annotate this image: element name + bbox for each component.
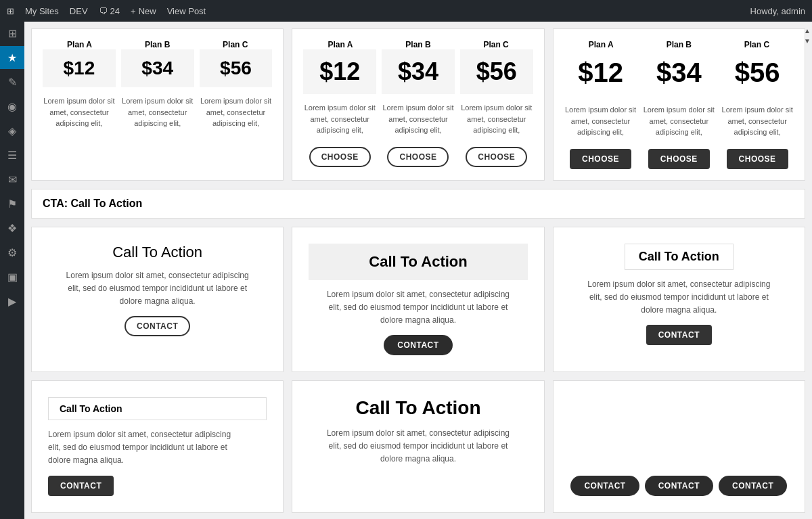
howdy-admin: Howdy, admin: [750, 6, 805, 16]
desc-b3: Lorem ipsum dolor sit amet, consectetur …: [642, 104, 715, 138]
desc-a2: Lorem ipsum dolor sit amet, consectetur …: [303, 102, 376, 136]
price-b: $34: [121, 49, 194, 87]
cta-text-5: Lorem ipsum dolor sit amet, consectetur …: [323, 427, 513, 466]
sidebar-icon-edit[interactable]: ✎: [0, 70, 24, 93]
plan-headers-3: Plan A Plan B Plan C: [564, 40, 794, 49]
contact-button-1[interactable]: CONTACT: [125, 316, 190, 336]
sidebar-icon-pages[interactable]: ◈: [0, 119, 24, 142]
cta-section-title: CTA: Call To Action: [43, 198, 142, 209]
view-post[interactable]: View Post: [167, 6, 206, 16]
cta-text-4: Lorem ipsum dolor sit amet, consectetur …: [48, 428, 238, 468]
plan-headers-2: Plan A Plan B Plan C: [303, 40, 533, 49]
choose-c3[interactable]: CHOOSE: [727, 149, 788, 169]
price-b2: $34: [382, 49, 455, 94]
cta-title-3: Call To Action: [625, 244, 734, 270]
wp-logo[interactable]: ⊞: [7, 6, 14, 16]
sidebar-icon-comments[interactable]: ☰: [0, 143, 24, 166]
cta-text-3: Lorem ipsum dolor sit amet, consectetur …: [584, 278, 773, 317]
cta-card-4: Call To Action Lorem ipsum dolor sit ame…: [31, 380, 284, 513]
cta-card-3: Call To Action Lorem ipsum dolor sit ame…: [553, 227, 805, 373]
choose-a3[interactable]: CHOOSE: [570, 149, 631, 169]
price-a2: $12: [303, 49, 376, 94]
desc-b: Lorem ipsum dolor sit amet, consectetur …: [121, 95, 194, 129]
price-c: $56: [200, 49, 273, 87]
price-c2: $56: [460, 49, 533, 94]
sidebar-icon-play[interactable]: ▶: [0, 290, 24, 313]
new-item[interactable]: + New: [131, 6, 156, 16]
pricing-grid: Plan A Plan B Plan C $12 $34 $56 Lorem i…: [31, 28, 805, 181]
scroll-up-arrow[interactable]: ▲: [804, 27, 811, 35]
plan-b2-header: Plan B: [381, 40, 455, 49]
contact-button-6a[interactable]: CONTACT: [570, 476, 639, 496]
cta-card-6: CONTACT CONTACT CONTACT: [553, 380, 805, 513]
choose-b3[interactable]: CHOOSE: [648, 149, 710, 169]
contact-button-4[interactable]: CONTACT: [48, 476, 114, 496]
pricing-buttons-3: CHOOSE CHOOSE CHOOSE: [564, 149, 794, 169]
plan-c-header: Plan C: [198, 40, 272, 49]
pricing-prices-2: $12 $34 $56: [303, 49, 533, 94]
scroll-controls: ▲ ▼: [803, 22, 812, 45]
cta-grid-2: Call To Action Lorem ipsum dolor sit ame…: [31, 380, 805, 513]
sidebar-icon-settings[interactable]: ▣: [0, 265, 24, 288]
main-content: Plan A Plan B Plan C $12 $34 $56 Lorem i…: [24, 22, 812, 519]
my-sites[interactable]: My Sites: [25, 6, 59, 16]
pricing-prices-3: $12 $34 $56: [564, 49, 794, 96]
contact-buttons-row: CONTACT CONTACT CONTACT: [570, 476, 787, 496]
cta-card-1: Call To Action Lorem ipsum dolor sit ame…: [31, 227, 284, 373]
dev-item[interactable]: DEV: [70, 6, 88, 16]
desc-c: Lorem ipsum dolor sit amet, consectetur …: [200, 95, 273, 129]
sidebar-icon-media[interactable]: ◉: [0, 95, 24, 118]
plan-c2-header: Plan C: [459, 40, 533, 49]
pricing-descs-3: Lorem ipsum dolor sit amet, consectetur …: [564, 104, 794, 138]
pricing-card-3: Plan A Plan B Plan C $12 $34 $56 Lorem i…: [553, 28, 805, 181]
admin-sidebar: ⊞ ★ ✎ ◉ ◈ ☰ ✉ ⚑ ❖ ⚙ ▣ ▶: [0, 0, 24, 519]
desc-c3: Lorem ipsum dolor sit amet, consectetur …: [721, 104, 794, 138]
admin-bar: ⊞ My Sites DEV 🗨 24 + New View Post Howd…: [0, 0, 812, 22]
scroll-down-arrow[interactable]: ▼: [804, 37, 811, 45]
contact-button-6b[interactable]: CONTACT: [645, 476, 713, 496]
pricing-descs-2: Lorem ipsum dolor sit amet, consectetur …: [303, 102, 533, 136]
cta-title-4: Call To Action: [48, 397, 267, 420]
contact-button-3[interactable]: CONTACT: [646, 325, 712, 345]
sidebar-icon-posts[interactable]: ★: [0, 46, 24, 69]
plan-a-header: Plan A: [43, 40, 116, 49]
cta-title-2: Call To Action: [309, 244, 527, 280]
contact-button-6c[interactable]: CONTACT: [719, 476, 787, 496]
choose-a2[interactable]: CHOOSE: [309, 147, 371, 167]
pricing-buttons-2: CHOOSE CHOOSE CHOOSE: [303, 147, 533, 167]
pricing-card-2: Plan A Plan B Plan C $12 $34 $56 Lorem i…: [292, 28, 544, 181]
cta-text-1: Lorem ipsum dolor sit amet, consectetur …: [63, 269, 252, 309]
desc-a3: Lorem ipsum dolor sit amet, consectetur …: [564, 104, 637, 138]
price-b3: $34: [642, 49, 715, 96]
cta-title-5: Call To Action: [355, 397, 480, 419]
sidebar-icon-home[interactable]: ⊞: [0, 22, 24, 45]
sidebar-icon-email[interactable]: ✉: [0, 168, 24, 191]
price-a3: $12: [564, 49, 637, 96]
sidebar-icon-appearance[interactable]: ❖: [0, 217, 24, 240]
sidebar-icon-flag[interactable]: ⚑: [0, 192, 24, 215]
price-a: $12: [43, 49, 116, 87]
choose-b2[interactable]: CHOOSE: [387, 147, 449, 167]
cta-grid-1: Call To Action Lorem ipsum dolor sit ame…: [31, 227, 805, 373]
pricing-card-1: Plan A Plan B Plan C $12 $34 $56 Lorem i…: [31, 28, 284, 181]
sidebar-icon-tools[interactable]: ⚙: [0, 241, 24, 264]
cta-card-2: Call To Action Lorem ipsum dolor sit ame…: [292, 227, 544, 373]
plan-headers-1: Plan A Plan B Plan C: [43, 40, 272, 49]
comments-count[interactable]: 🗨 24: [99, 6, 120, 16]
plan-b3-header: Plan B: [642, 40, 716, 49]
choose-c2[interactable]: CHOOSE: [466, 147, 527, 167]
cta-title-1: Call To Action: [112, 244, 202, 261]
plan-c3-header: Plan C: [720, 40, 794, 49]
cta-section-header: CTA: Call To Action: [31, 189, 805, 219]
cta-text-2: Lorem ipsum dolor sit amet, consectetur …: [323, 288, 513, 328]
desc-b2: Lorem ipsum dolor sit amet, consectetur …: [382, 102, 455, 136]
pricing-prices-1: $12 $34 $56: [43, 49, 272, 87]
plan-a2-header: Plan A: [303, 40, 377, 49]
pricing-descs-1: Lorem ipsum dolor sit amet, consectetur …: [43, 95, 272, 129]
price-c3: $56: [721, 49, 794, 96]
plan-b-header: Plan B: [120, 40, 194, 49]
contact-button-2[interactable]: CONTACT: [384, 335, 452, 355]
plan-a3-header: Plan A: [564, 40, 638, 49]
desc-c2: Lorem ipsum dolor sit amet, consectetur …: [460, 102, 533, 136]
cta-card-5: Call To Action Lorem ipsum dolor sit ame…: [292, 380, 544, 513]
